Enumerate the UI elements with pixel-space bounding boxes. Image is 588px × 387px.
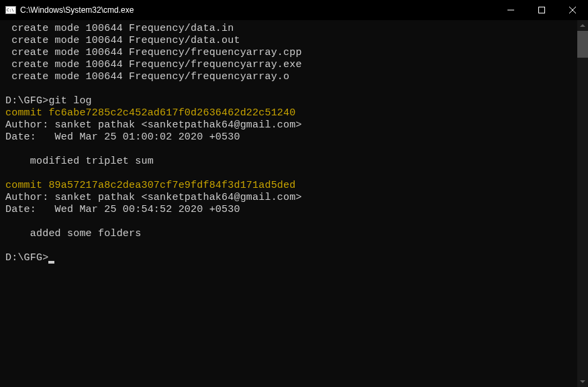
author-line: Author: sanket pathak <sanketpathak64@gm… — [5, 192, 302, 203]
output-line: create mode 100644 Frequency/frequencyar… — [5, 47, 302, 58]
svg-marker-4 — [580, 24, 585, 27]
output-line: create mode 100644 Frequency/frequencyar… — [5, 71, 289, 82]
author-line: Author: sanket pathak <sanketpathak64@gm… — [5, 119, 302, 131]
date-line: Date: Wed Mar 25 00:54:52 2020 +0530 — [5, 204, 240, 215]
date-line: Date: Wed Mar 25 01:00:02 2020 +0530 — [5, 131, 240, 143]
scroll-down-arrow[interactable] — [577, 376, 588, 387]
chevron-up-icon — [580, 24, 585, 27]
titlebar-controls — [495, 0, 588, 20]
minimize-button[interactable] — [495, 0, 526, 20]
scroll-thumb[interactable] — [577, 31, 588, 58]
prompt-line: D:\GFG>git log — [5, 95, 92, 107]
cursor — [48, 261, 54, 264]
cmd-icon — [5, 6, 16, 14]
commit-message: added some folders — [5, 228, 141, 239]
maximize-button[interactable] — [526, 0, 557, 20]
commit-message: modified triplet sum — [5, 156, 154, 167]
cmd-window: C:\Windows\System32\cmd.exe create mode … — [0, 0, 588, 387]
minimize-icon — [507, 7, 514, 13]
output-line: create mode 100644 Frequency/data.out — [5, 35, 240, 46]
scroll-up-arrow[interactable] — [577, 20, 588, 31]
terminal-area: create mode 100644 Frequency/data.in cre… — [0, 20, 588, 387]
chevron-down-icon — [580, 380, 585, 383]
svg-rect-1 — [539, 7, 545, 13]
terminal-output[interactable]: create mode 100644 Frequency/data.in cre… — [0, 20, 577, 387]
output-line: create mode 100644 Frequency/data.in — [5, 23, 234, 34]
titlebar[interactable]: C:\Windows\System32\cmd.exe — [0, 0, 588, 20]
commit-hash-line: commit fc6abe7285c2c452ad617f0d2636462d2… — [5, 107, 295, 119]
window-title: C:\Windows\System32\cmd.exe — [20, 5, 134, 15]
titlebar-left: C:\Windows\System32\cmd.exe — [5, 5, 134, 15]
scrollbar[interactable] — [577, 20, 588, 387]
close-button[interactable] — [557, 0, 588, 20]
maximize-icon — [538, 7, 545, 13]
prompt-line: D:\GFG> — [5, 252, 48, 264]
close-icon — [569, 7, 576, 13]
svg-marker-5 — [580, 380, 585, 383]
commit-hash-line: commit 89a57217a8c2dea307cf7e9fdf84f3d17… — [5, 180, 295, 191]
scroll-track[interactable] — [577, 31, 588, 376]
output-line: create mode 100644 Frequency/frequencyar… — [5, 59, 302, 70]
